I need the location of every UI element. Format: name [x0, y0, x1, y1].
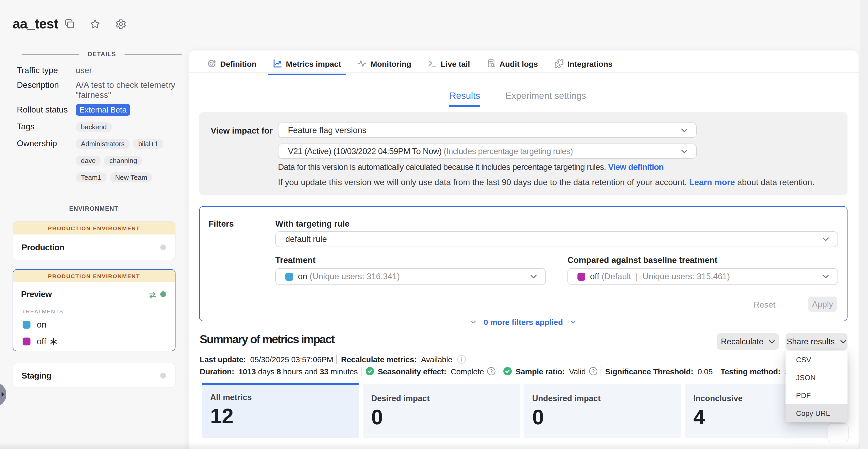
svg-text:?: ?	[592, 368, 594, 374]
svg-text:?: ?	[490, 368, 493, 374]
